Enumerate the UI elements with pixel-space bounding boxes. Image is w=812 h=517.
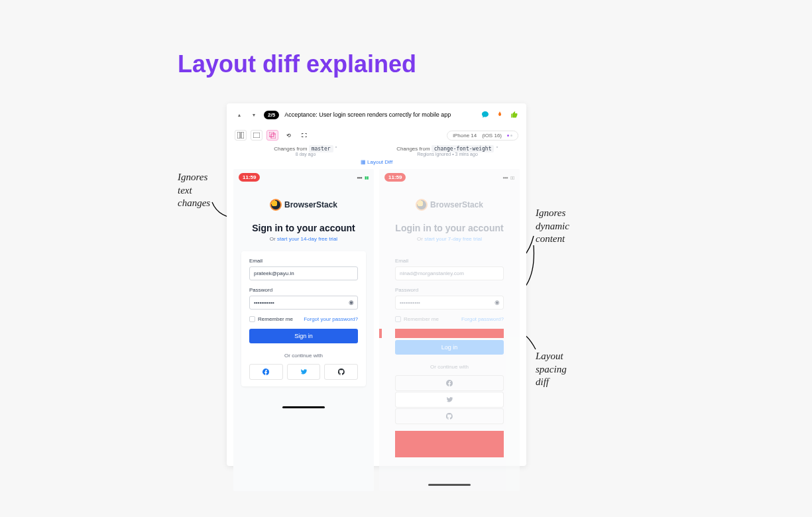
mockup-baseline: 11:59 ●●●▮▮ BrowserStack Sign in to your… <box>233 169 374 491</box>
sub-text: Or start your 7-day free trial <box>379 236 520 242</box>
mockup-comparison: 11:59 ●●●▯▯ BrowserStack Login in to you… <box>379 169 520 491</box>
home-indicator <box>282 406 325 408</box>
home-indicator <box>428 484 471 486</box>
battery-icon: ▮▮ <box>365 176 369 180</box>
github-button[interactable] <box>324 364 358 380</box>
tool-overlay[interactable] <box>266 130 278 141</box>
tool-expand[interactable]: ⛶ <box>298 130 310 141</box>
svg-rect-1 <box>241 132 244 139</box>
topbar: ▴ ▾ 2/5 Acceptance: User login screen re… <box>227 103 526 126</box>
facebook-button[interactable] <box>249 364 283 380</box>
forgot-link[interactable]: Forgot your password? <box>304 316 358 322</box>
github-button[interactable] <box>395 408 504 424</box>
flame-icon[interactable] <box>496 111 504 119</box>
test-name: Acceptance: User login screen renders co… <box>284 111 451 118</box>
time-pill: 11:59 <box>239 173 260 182</box>
next-arrow[interactable]: ▾ <box>249 110 259 119</box>
device-os: (iOS 16) <box>482 133 502 139</box>
page-title: Layout diff explained <box>178 50 416 78</box>
eye-icon[interactable]: ◉ <box>494 299 500 306</box>
browserstack-logo-icon <box>416 199 428 211</box>
remember-label: Remember me <box>258 316 293 322</box>
diff-highlight-bottom <box>395 431 504 457</box>
diff-marker-left <box>379 329 382 338</box>
password-input[interactable]: ••••••••••• <box>249 296 358 310</box>
remember-checkbox[interactable] <box>249 316 255 322</box>
tool-refresh[interactable]: ⟲ <box>282 130 294 141</box>
headline: Sign in to your account <box>233 223 374 233</box>
trial-link[interactable]: start your 7-day free trial <box>424 236 482 242</box>
continue-text: Or continue with <box>249 353 358 359</box>
thumbs-up-icon[interactable] <box>510 111 518 119</box>
trial-link[interactable]: start your 14-day free trial <box>277 236 337 242</box>
changes-left: Changes from master ˅ <box>235 146 377 152</box>
email-label: Email <box>249 258 358 264</box>
remember-label: Remember me <box>404 316 439 322</box>
signin-button[interactable]: Sign in <box>249 329 358 343</box>
email-input[interactable]: prateek@payu.in <box>249 266 358 280</box>
brand-text: BrowserStack <box>430 200 483 209</box>
tool-single[interactable] <box>251 130 262 141</box>
device-name: iPhone 14 <box>453 133 477 139</box>
password-label: Password <box>395 287 504 293</box>
tool-columns[interactable] <box>235 130 247 141</box>
svg-rect-0 <box>237 132 240 139</box>
continue-text: Or continue with <box>395 364 504 370</box>
counter: 2/5 <box>264 111 279 119</box>
twitter-button[interactable] <box>287 364 321 380</box>
eye-icon[interactable]: ◉ <box>349 299 354 306</box>
device-selector[interactable]: iPhone 14 (iOS 16) <box>447 131 518 141</box>
sub-text: Or start your 14-day free trial <box>233 236 374 242</box>
headline: Login in to your account <box>379 223 520 233</box>
diff-panel: ▴ ▾ 2/5 Acceptance: User login screen re… <box>227 103 526 466</box>
chat-icon[interactable] <box>481 111 489 119</box>
forgot-link[interactable]: Forgot password? <box>461 316 504 322</box>
toolbar: ⟲ ⛶ iPhone 14 (iOS 16) <box>227 126 526 144</box>
email-label: Email <box>395 258 504 264</box>
layout-diff-link[interactable]: ▦ Layout Diff <box>227 159 526 169</box>
prev-arrow[interactable]: ▴ <box>235 110 244 119</box>
remember-checkbox[interactable] <box>395 316 401 322</box>
svg-rect-2 <box>253 133 260 138</box>
signin-button[interactable]: Log in <box>395 340 504 355</box>
facebook-button[interactable] <box>395 375 504 391</box>
meta-left: 8 day ago <box>235 152 377 156</box>
password-input[interactable]: ••••••••••• <box>395 296 504 310</box>
annotation-spacing: Layout spacing diff <box>536 350 567 389</box>
diff-highlight-twitter <box>395 394 504 406</box>
annotation-dynamic-content: Ignores dynamic content <box>536 207 569 246</box>
twitter-button[interactable] <box>395 392 504 408</box>
email-input[interactable]: ninad@morganstanley.com <box>395 266 504 280</box>
password-label: Password <box>249 287 358 293</box>
diff-highlight <box>395 329 504 338</box>
time-pill: 11:59 <box>384 173 406 182</box>
brand-text: BrowserStack <box>284 200 337 209</box>
battery-icon: ▯▯ <box>510 176 514 180</box>
browserstack-logo-icon <box>270 199 282 211</box>
meta-right: Regions ignored • 3 mins ago <box>377 152 518 156</box>
changes-right: Changes from change-font-weight ˅ <box>377 146 518 152</box>
